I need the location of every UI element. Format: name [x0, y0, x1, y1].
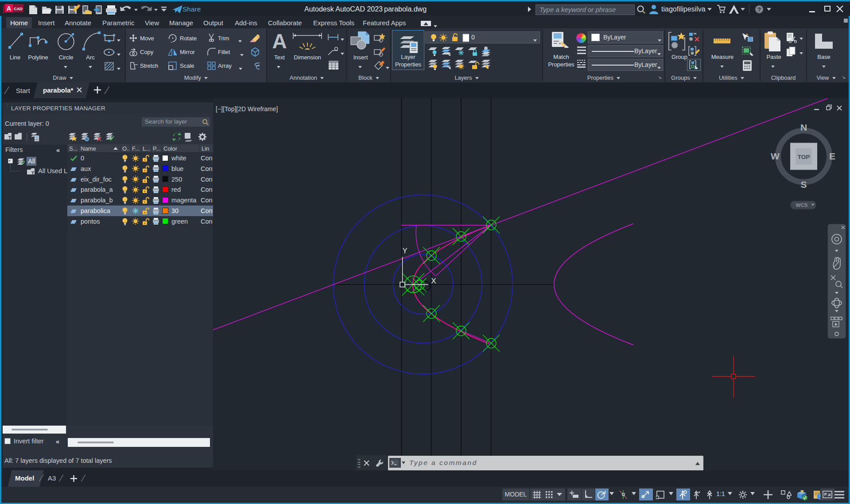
- svg-text:TOP: TOP: [798, 154, 810, 160]
- svg-text:CAD: CAD: [14, 7, 23, 11]
- svg-text:Y: Y: [403, 247, 408, 255]
- svg-text:WCS: WCS: [796, 202, 808, 208]
- svg-text:S: S: [800, 179, 807, 190]
- svg-text:[−][Top][2D Wireframe]: [−][Top][2D Wireframe]: [216, 105, 278, 112]
- svg-text:A: A: [7, 5, 11, 12]
- svg-text:E: E: [829, 151, 835, 161]
- svg-text:?: ?: [757, 6, 761, 13]
- svg-text:X: X: [431, 277, 436, 285]
- svg-text:W: W: [771, 151, 780, 161]
- svg-text:N: N: [800, 122, 807, 132]
